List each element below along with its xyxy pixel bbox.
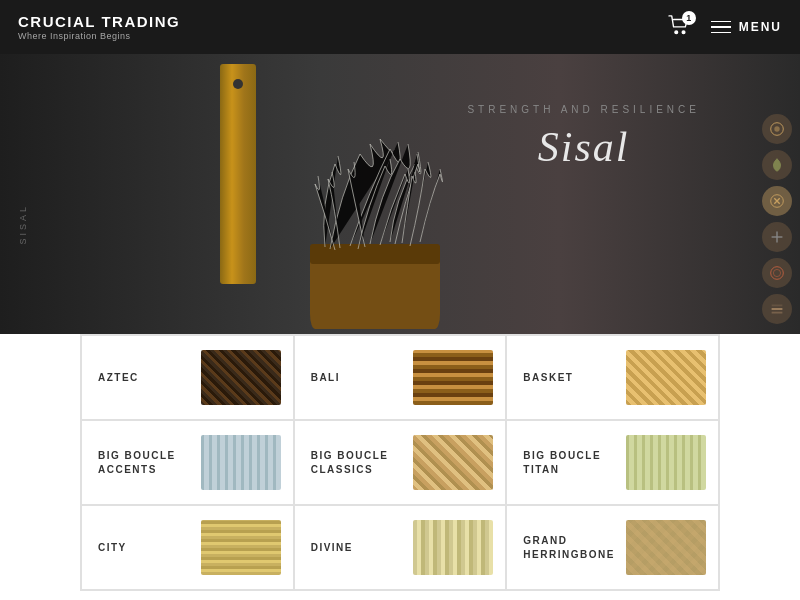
cart-badge: 1 bbox=[682, 11, 696, 25]
side-nav-item-3[interactable] bbox=[762, 186, 792, 216]
product-name: BIG BOUCLE TITAN bbox=[523, 449, 626, 477]
brand-name: CRUCIAL TRADING bbox=[18, 13, 180, 30]
svg-rect-3 bbox=[310, 244, 440, 264]
product-name: BIG BOUCLE CLASSICS bbox=[311, 449, 414, 477]
product-name: BALI bbox=[311, 371, 414, 385]
hero-subtitle: STRENGTH AND RESILIENCE bbox=[467, 104, 700, 115]
product-name: CITY bbox=[98, 541, 201, 555]
side-nav-item-1[interactable] bbox=[762, 114, 792, 144]
svg-point-10 bbox=[773, 269, 780, 276]
product-thumbnail bbox=[626, 520, 706, 575]
side-nav-item-2[interactable] bbox=[762, 150, 792, 180]
product-thumbnail bbox=[201, 350, 281, 405]
svg-point-1 bbox=[682, 31, 685, 34]
side-nav-item-5[interactable] bbox=[762, 258, 792, 288]
product-grid: AZTECBALIBASKETBIG BOUCLE ACCENTSBIG BOU… bbox=[80, 334, 720, 591]
cart-button[interactable]: 1 bbox=[667, 15, 691, 39]
brand-tagline: Where Inspiration Begins bbox=[18, 31, 180, 41]
product-cell[interactable]: CITY bbox=[81, 505, 294, 590]
product-cell[interactable]: BIG BOUCLE CLASSICS bbox=[294, 420, 507, 505]
product-name: AZTEC bbox=[98, 371, 201, 385]
svg-point-5 bbox=[774, 126, 779, 131]
product-name: GRAND HERRINGBONE bbox=[523, 534, 626, 562]
side-navigation bbox=[762, 114, 792, 324]
product-cell[interactable]: GRAND HERRINGBONE bbox=[506, 505, 719, 590]
header: CRUCIAL TRADING Where Inspiration Begins… bbox=[0, 0, 800, 54]
hero-background: STRENGTH AND RESILIENCE Sisal SISAL bbox=[0, 54, 800, 334]
side-nav-item-4[interactable] bbox=[762, 222, 792, 252]
product-thumbnail bbox=[413, 520, 493, 575]
product-thumbnail bbox=[413, 350, 493, 405]
product-section: AZTECBALIBASKETBIG BOUCLE ACCENTSBIG BOU… bbox=[0, 334, 800, 600]
product-thumbnail bbox=[201, 520, 281, 575]
header-actions: 1 MENU bbox=[667, 15, 782, 39]
product-cell[interactable]: BALI bbox=[294, 335, 507, 420]
menu-button[interactable]: MENU bbox=[711, 20, 782, 34]
hero-text: STRENGTH AND RESILIENCE Sisal bbox=[467, 104, 700, 171]
logo[interactable]: CRUCIAL TRADING Where Inspiration Begins bbox=[18, 13, 180, 41]
product-name: BASKET bbox=[523, 371, 626, 385]
product-thumbnail bbox=[201, 435, 281, 490]
hamburger-icon bbox=[711, 21, 731, 34]
product-cell[interactable]: DIVINE bbox=[294, 505, 507, 590]
product-cell[interactable]: BIG BOUCLE TITAN bbox=[506, 420, 719, 505]
side-label: SISAL bbox=[18, 204, 28, 245]
product-thumbnail bbox=[413, 435, 493, 490]
side-nav-item-6[interactable] bbox=[762, 294, 792, 324]
menu-label: MENU bbox=[739, 20, 782, 34]
svg-point-0 bbox=[675, 31, 678, 34]
hero-section: STRENGTH AND RESILIENCE Sisal SISAL bbox=[0, 54, 800, 334]
product-cell[interactable]: AZTEC bbox=[81, 335, 294, 420]
product-name: DIVINE bbox=[311, 541, 414, 555]
product-thumbnail bbox=[626, 350, 706, 405]
svg-point-9 bbox=[771, 267, 784, 280]
product-thumbnail bbox=[626, 435, 706, 490]
product-name: BIG BOUCLE ACCENTS bbox=[98, 449, 201, 477]
product-cell[interactable]: BASKET bbox=[506, 335, 719, 420]
hero-title: Sisal bbox=[467, 123, 700, 171]
product-cell[interactable]: BIG BOUCLE ACCENTS bbox=[81, 420, 294, 505]
